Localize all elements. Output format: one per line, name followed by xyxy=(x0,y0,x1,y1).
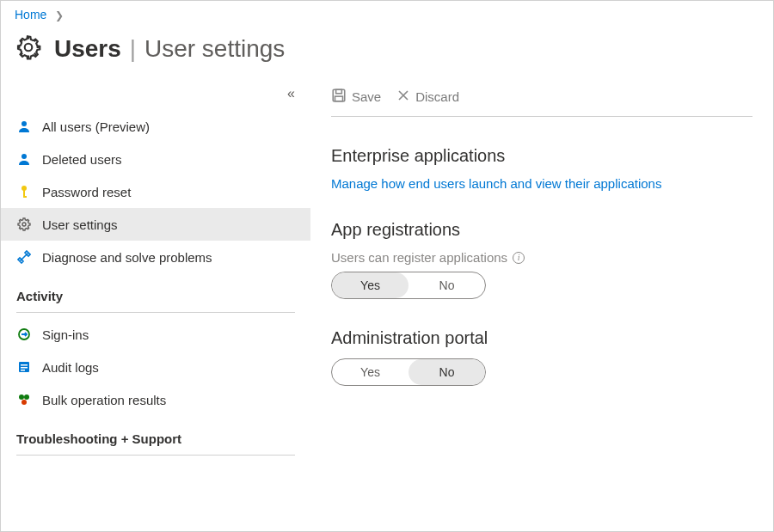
discard-label: Discard xyxy=(415,89,459,104)
logs-icon xyxy=(16,359,32,375)
field-label-register-apps: Users can register applications i xyxy=(331,250,752,265)
section-title: Administration portal xyxy=(331,328,752,348)
save-label: Save xyxy=(352,89,381,104)
person-icon xyxy=(16,151,32,167)
sidebar-item-deleted-users[interactable]: Deleted users xyxy=(1,143,310,175)
collapse-sidebar-icon[interactable]: « xyxy=(287,86,295,101)
svg-rect-10 xyxy=(21,367,28,369)
toggle-admin-portal[interactable]: Yes No xyxy=(331,358,486,386)
gear-small-icon xyxy=(16,217,32,232)
svg-rect-16 xyxy=(336,89,342,94)
page-title: Users xyxy=(54,35,121,62)
toolbar: Save Discard xyxy=(331,79,752,117)
toggle-option-no[interactable]: No xyxy=(408,359,485,385)
sidebar-item-label: Password reset xyxy=(42,185,131,199)
gear-icon xyxy=(15,34,42,64)
svg-rect-11 xyxy=(21,370,25,371)
sidebar-item-label: Diagnose and solve problems xyxy=(42,250,212,265)
save-icon xyxy=(331,88,347,106)
sidebar: « All users (Preview) Deleted users Pass… xyxy=(1,79,310,523)
svg-point-14 xyxy=(22,400,27,405)
svg-point-13 xyxy=(24,394,29,400)
sidebar-item-label: Bulk operation results xyxy=(42,393,166,407)
toggle-register-apps[interactable]: Yes No xyxy=(331,272,486,299)
bulk-icon xyxy=(16,392,32,407)
section-enterprise-apps: Enterprise applications Manage how end u… xyxy=(331,146,752,191)
sidebar-section-activity: Activity xyxy=(1,273,310,309)
page-subtitle: User settings xyxy=(144,35,285,62)
section-admin-portal: Administration portal Yes No xyxy=(331,328,752,386)
sidebar-section-troubleshooting: Troubleshooting + Support xyxy=(1,416,310,451)
person-icon xyxy=(16,119,32,134)
sidebar-item-label: User settings xyxy=(42,217,118,232)
sidebar-item-label: All users (Preview) xyxy=(42,119,150,134)
svg-point-0 xyxy=(25,44,33,52)
section-title: App registrations xyxy=(331,220,752,240)
main-panel: Save Discard Enterprise applications Man… xyxy=(310,79,773,523)
svg-rect-5 xyxy=(23,196,27,198)
sidebar-item-label: Audit logs xyxy=(42,360,99,375)
signin-icon xyxy=(16,327,32,342)
wrench-icon xyxy=(16,249,32,265)
section-app-registrations: App registrations Users can register app… xyxy=(331,220,752,299)
sidebar-item-bulk-results[interactable]: Bulk operation results xyxy=(1,383,310,416)
section-title: Enterprise applications xyxy=(331,146,752,166)
sidebar-item-audit-logs[interactable]: Audit logs xyxy=(1,351,310,383)
svg-point-6 xyxy=(22,223,26,226)
sidebar-item-password-reset[interactable]: Password reset xyxy=(1,175,310,208)
breadcrumb: Home ❯ xyxy=(1,1,773,25)
page-header: Users | User settings xyxy=(1,25,773,79)
svg-point-1 xyxy=(22,121,27,126)
divider xyxy=(16,312,295,313)
svg-point-2 xyxy=(22,154,27,159)
info-icon[interactable]: i xyxy=(513,252,525,264)
breadcrumb-home-link[interactable]: Home xyxy=(15,8,46,21)
sidebar-item-user-settings[interactable]: User settings xyxy=(1,208,310,241)
sidebar-item-label: Sign-ins xyxy=(42,327,89,342)
svg-point-12 xyxy=(19,394,24,400)
toggle-option-yes[interactable]: Yes xyxy=(332,272,408,298)
sidebar-item-diagnose[interactable]: Diagnose and solve problems xyxy=(1,241,310,273)
chevron-right-icon: ❯ xyxy=(55,9,64,21)
sidebar-item-label: Deleted users xyxy=(42,152,122,167)
toggle-option-no[interactable]: No xyxy=(408,272,485,298)
sidebar-item-all-users[interactable]: All users (Preview) xyxy=(1,110,310,143)
divider xyxy=(16,455,295,456)
sidebar-item-sign-ins[interactable]: Sign-ins xyxy=(1,318,310,351)
svg-rect-9 xyxy=(21,364,28,366)
close-icon xyxy=(396,89,410,105)
key-icon xyxy=(16,184,32,199)
discard-button[interactable]: Discard xyxy=(396,89,459,105)
save-button[interactable]: Save xyxy=(331,88,381,106)
svg-rect-17 xyxy=(335,96,343,101)
title-divider: | xyxy=(130,35,136,62)
toggle-option-yes[interactable]: Yes xyxy=(332,359,408,385)
enterprise-apps-link[interactable]: Manage how end users launch and view the… xyxy=(331,176,661,191)
